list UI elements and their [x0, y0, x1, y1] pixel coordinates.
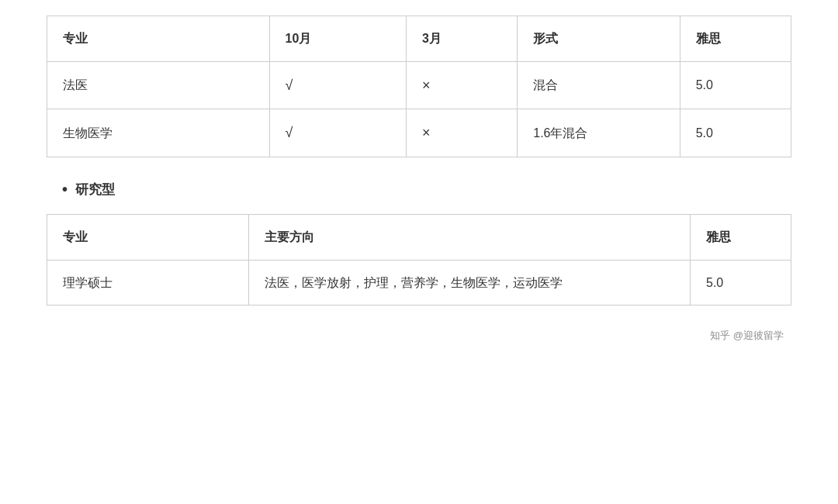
cell-mar-1: × — [406, 61, 517, 109]
table-row: 理学硕士 法医，医学放射，护理，营养学，生物医学，运动医学 5.0 — [47, 260, 791, 306]
header-major-1: 专业 — [47, 16, 270, 62]
table-row: 生物医学 √ × 1.6年混合 5.0 — [47, 109, 791, 157]
header-direction: 主要方向 — [249, 215, 691, 261]
table-taught: 专业 10月 3月 形式 雅思 法医 √ × 混合 5.0 生物医学 — [47, 16, 791, 157]
cell-mar-2: × — [406, 109, 517, 157]
cell-form-2: 1.6年混合 — [518, 109, 680, 157]
header-oct: 10月 — [269, 16, 406, 62]
cell-major-2: 生物医学 — [47, 109, 270, 157]
header-form: 形式 — [518, 16, 680, 62]
cell-ielts-2: 5.0 — [680, 109, 791, 157]
bullet-heading-research: 研究型 — [62, 181, 791, 198]
header-mar: 3月 — [406, 16, 517, 62]
cell-ielts-1: 5.0 — [680, 61, 791, 109]
watermark: 知乎 @迎彼留学 — [47, 329, 791, 343]
section-research: 专业 主要方向 雅思 理学硕士 法医，医学放射，护理，营养学，生物医学，运动医学… — [47, 214, 791, 306]
cell-oct-1: √ — [269, 61, 406, 109]
cell-ielts-research: 5.0 — [691, 260, 791, 306]
check-icon-1: √ — [286, 78, 293, 93]
header-ielts-1: 雅思 — [680, 16, 791, 62]
cell-form-1: 混合 — [518, 61, 680, 109]
section-taught: 专业 10月 3月 形式 雅思 法医 √ × 混合 5.0 生物医学 — [47, 16, 791, 157]
cell-oct-2: √ — [269, 109, 406, 157]
cross-icon-1: × — [422, 78, 431, 93]
table-research: 专业 主要方向 雅思 理学硕士 法医，医学放射，护理，营养学，生物医学，运动医学… — [47, 214, 791, 306]
cell-major-1: 法医 — [47, 61, 270, 109]
cell-direction: 法医，医学放射，护理，营养学，生物医学，运动医学 — [249, 260, 691, 306]
header-major-2: 专业 — [47, 215, 249, 261]
cell-major-research: 理学硕士 — [47, 260, 249, 306]
cross-icon-2: × — [422, 125, 431, 140]
header-ielts-2: 雅思 — [691, 215, 791, 261]
check-icon-2: √ — [286, 125, 293, 140]
table-row: 法医 √ × 混合 5.0 — [47, 61, 791, 109]
bullet-label: 研究型 — [75, 181, 115, 198]
